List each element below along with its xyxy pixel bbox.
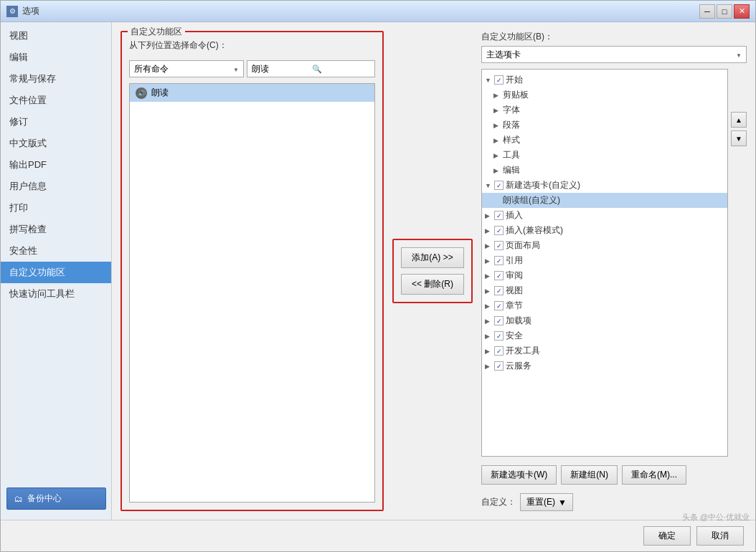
sidebar-item-userinfo[interactable]: 用户信息: [1, 176, 111, 197]
tree-item-devtools[interactable]: ▶ ✓ 开发工具: [482, 343, 727, 358]
tree-item-pagelayout[interactable]: ▶ ✓ 页面布局: [482, 238, 727, 253]
sidebar-item-filelocation[interactable]: 文件位置: [1, 90, 111, 111]
tree-label: 引用: [506, 254, 523, 267]
tree-label: 安全: [506, 330, 523, 342]
backup-icon: 🗂: [14, 494, 23, 504]
tree-item-paragraph[interactable]: ▶ 段落: [482, 118, 727, 133]
right-tree-row: ▼ ✓ 开始 ▶ 剪贴板 ▶ 字体: [481, 69, 747, 457]
middle-buttons-panel: 添加(A) >> << 删除(R): [392, 239, 473, 303]
tree-label: 样式: [503, 134, 520, 146]
backup-center-button[interactable]: 🗂 备份中心: [6, 487, 106, 510]
checkbox-insert-compat[interactable]: ✓: [494, 226, 504, 235]
checkbox-kaishi[interactable]: ✓: [494, 75, 504, 85]
checkbox-chapter[interactable]: ✓: [494, 301, 504, 310]
expand-icon: ▶: [485, 303, 492, 310]
sidebar-item-quickaccess[interactable]: 快速访问工具栏: [1, 283, 111, 305]
tree-item-review[interactable]: ▶ ✓ 审阅: [482, 268, 727, 283]
sidebar-item-general[interactable]: 常规与保存: [1, 68, 111, 90]
checkbox-reference[interactable]: ✓: [494, 256, 504, 265]
bottom-buttons-row: 新建选项卡(W) 新建组(N) 重命名(M)...: [481, 465, 747, 485]
tree-item-editing[interactable]: ▶ 编辑: [482, 163, 727, 178]
tree-item-tools[interactable]: ▶ 工具: [482, 148, 727, 163]
tree-label: 字体: [503, 104, 520, 116]
tree-item-insert[interactable]: ▶ ✓ 插入: [482, 208, 727, 223]
tree-label: 工具: [503, 149, 520, 161]
tree-label: 视图: [506, 285, 523, 297]
expand-icon: ▶: [485, 212, 492, 219]
search-box: 🔍: [247, 60, 375, 77]
tree-label: 审阅: [506, 270, 523, 282]
expand-icon: ▶: [485, 363, 492, 370]
maximize-button[interactable]: □: [717, 4, 732, 19]
checkbox-cloudservice[interactable]: ✓: [494, 361, 504, 371]
new-tab-button[interactable]: 新建选项卡(W): [481, 465, 557, 485]
sidebar-item-security[interactable]: 安全性: [1, 240, 111, 262]
tree-label: 章节: [506, 300, 523, 312]
close-button[interactable]: ✕: [734, 4, 750, 19]
sidebar-item-spellcheck[interactable]: 拼写检查: [1, 219, 111, 240]
sidebar-item-view[interactable]: 视图: [1, 25, 111, 47]
checkbox-insert[interactable]: ✓: [494, 211, 504, 220]
customize-label: 自定义：: [481, 496, 516, 508]
expand-icon: ▶: [485, 272, 492, 280]
ok-button[interactable]: 确定: [643, 526, 691, 546]
tree-item-cloudservice[interactable]: ▶ ✓ 云服务: [482, 358, 727, 373]
commands-dropdown-arrow: [233, 64, 239, 74]
command-item-langdu[interactable]: 🔊 朗读: [130, 84, 374, 102]
tree-item-chapter[interactable]: ▶ ✓ 章节: [482, 298, 727, 313]
tree-label: 加载项: [506, 315, 531, 327]
checkbox-newtab[interactable]: ✓: [494, 181, 504, 190]
minimize-button[interactable]: ─: [699, 4, 715, 19]
tree-label: 剪贴板: [503, 89, 529, 101]
search-icon: 🔍: [312, 65, 322, 74]
tree-label: 段落: [503, 119, 520, 131]
tree-area[interactable]: ▼ ✓ 开始 ▶ 剪贴板 ▶ 字体: [481, 69, 728, 457]
reset-button[interactable]: 重置(E) ▼: [520, 493, 573, 511]
expand-icon: ▶: [485, 287, 492, 295]
remove-button[interactable]: << 删除(R): [401, 274, 464, 295]
checkbox-view2[interactable]: ✓: [494, 286, 504, 295]
tab-dropdown[interactable]: 主选项卡: [481, 46, 747, 63]
tree-item-reference[interactable]: ▶ ✓ 引用: [482, 253, 727, 268]
options-dialog: ⚙ 选项 ─ □ ✕ 视图 编辑 常规与保存 文件位置 修订 中文版式 输出PD…: [0, 0, 756, 552]
checkbox-devtools[interactable]: ✓: [494, 346, 504, 356]
tree-item-view2[interactable]: ▶ ✓ 视图: [482, 283, 727, 298]
search-input[interactable]: [252, 64, 309, 74]
sidebar-item-pdf[interactable]: 输出PDF: [1, 154, 111, 176]
tree-item-font[interactable]: ▶ 字体: [482, 103, 727, 118]
checkbox-pagelayout[interactable]: ✓: [494, 241, 504, 250]
sidebar-item-revision[interactable]: 修订: [1, 111, 111, 133]
left-panel-title: 自定义功能区: [128, 26, 185, 38]
tree-item-clipboard[interactable]: ▶ 剪贴板: [482, 87, 727, 103]
tree-label: 新建选项卡(自定义): [506, 179, 580, 191]
right-panel-top: 自定义功能区(B)： 主选项卡: [481, 31, 747, 63]
tree-item-addins[interactable]: ▶ ✓ 加载项: [482, 313, 727, 328]
expand-icon: ▶: [485, 333, 492, 340]
move-down-button[interactable]: ▼: [731, 130, 747, 146]
new-group-button[interactable]: 新建组(N): [561, 465, 618, 485]
cancel-button[interactable]: 取消: [696, 526, 744, 546]
add-button[interactable]: 添加(A) >>: [401, 247, 464, 268]
sidebar-item-edit[interactable]: 编辑: [1, 47, 111, 68]
sidebar-item-print[interactable]: 打印: [1, 197, 111, 219]
checkbox-addins[interactable]: ✓: [494, 316, 504, 325]
tree-item-kaishi[interactable]: ▼ ✓ 开始: [482, 72, 727, 87]
tree-item-security2[interactable]: ▶ ✓ 安全: [482, 328, 727, 343]
command-list[interactable]: 🔊 朗读: [129, 83, 375, 503]
tree-item-langdugroup[interactable]: 朗读组(自定义): [482, 193, 727, 208]
tree-item-insert-compat[interactable]: ▶ ✓ 插入(兼容模式): [482, 223, 727, 238]
up-down-buttons: ▲ ▼: [731, 69, 747, 146]
checkbox-security2[interactable]: ✓: [494, 331, 504, 341]
rename-button[interactable]: 重命名(M)...: [622, 465, 686, 485]
tree-item-style[interactable]: ▶ 样式: [482, 133, 727, 148]
move-up-button[interactable]: ▲: [731, 112, 747, 128]
commands-dropdown[interactable]: 所有命令: [129, 60, 244, 77]
tree-label: 页面布局: [506, 239, 540, 252]
sidebar-item-chinese[interactable]: 中文版式: [1, 133, 111, 154]
expand-icon: ▶: [485, 242, 492, 249]
right-panel: 自定义功能区(B)： 主选项卡 ▼ ✓ 开始: [481, 31, 747, 511]
sidebar-item-customize[interactable]: 自定义功能区: [1, 262, 111, 283]
sidebar: 视图 编辑 常规与保存 文件位置 修订 中文版式 输出PDF 用户信息 打印 拼…: [1, 22, 112, 520]
checkbox-review[interactable]: ✓: [494, 271, 504, 280]
tree-item-newtab[interactable]: ▼ ✓ 新建选项卡(自定义): [482, 178, 727, 193]
